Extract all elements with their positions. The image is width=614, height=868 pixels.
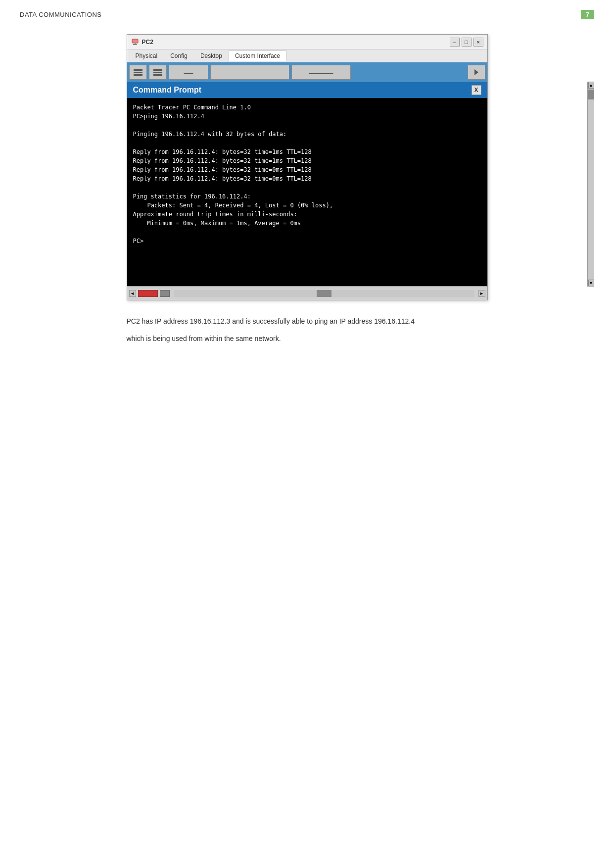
- command-prompt-close[interactable]: X: [472, 85, 481, 95]
- down-arrow-icon: ▼: [589, 281, 593, 286]
- title-bar-left: PC2: [131, 38, 153, 46]
- simulator-window-container: PC2 – □ × Physical Config Desktop Custom…: [20, 34, 594, 300]
- tab-physical[interactable]: Physical: [129, 50, 164, 61]
- vertical-scrollbar[interactable]: ▲ ▼: [587, 82, 594, 287]
- scroll-down-button[interactable]: ▼: [588, 280, 594, 287]
- pc-icon: [131, 38, 139, 46]
- toolbar-icon-1: [134, 69, 142, 76]
- maximize-button[interactable]: □: [462, 38, 472, 47]
- toolbar-item-3[interactable]: [169, 65, 208, 80]
- command-prompt-title: Command Prompt: [133, 86, 202, 95]
- body-paragraph-2: which is being used from within the same…: [127, 333, 488, 345]
- left-arrow-icon: ◄: [130, 291, 135, 296]
- toolbar-area: [127, 62, 487, 82]
- tab-desktop[interactable]: Desktop: [194, 50, 229, 61]
- toolbar-item-2[interactable]: [149, 65, 167, 80]
- minimize-button[interactable]: –: [450, 38, 460, 47]
- bottom-indicator-2: [160, 290, 170, 297]
- svg-rect-0: [132, 39, 138, 43]
- horizontal-scroll-track[interactable]: [174, 290, 474, 297]
- command-prompt-header: Command Prompt X: [127, 82, 487, 98]
- title-bar-controls: – □ ×: [450, 38, 483, 47]
- up-arrow-icon: ▲: [589, 83, 593, 88]
- toolbar-item-1[interactable]: [129, 65, 147, 80]
- simulator-window: PC2 – □ × Physical Config Desktop Custom…: [127, 34, 488, 300]
- command-prompt-content: Packet Tracer PC Command Line 1.0 PC>pin…: [133, 103, 481, 245]
- title-bar: PC2 – □ ×: [127, 35, 487, 49]
- toolbar-icon-2: [153, 69, 162, 76]
- right-arrow-icon: ►: [479, 291, 484, 296]
- tab-bar: Physical Config Desktop Custom Interface: [127, 49, 487, 62]
- horizontal-scroll-thumb: [317, 290, 331, 297]
- toolbar-icon-3: [184, 70, 193, 74]
- toolbar-item-5[interactable]: [291, 65, 351, 80]
- toolbar-arrow-icon: [474, 69, 478, 75]
- tab-custom-interface[interactable]: Custom Interface: [229, 50, 286, 61]
- toolbar-item-4[interactable]: [210, 65, 289, 80]
- toolbar-item-6[interactable]: [468, 65, 485, 80]
- window-title: PC2: [142, 39, 153, 46]
- scroll-right-button[interactable]: ►: [478, 290, 485, 297]
- scroll-left-button[interactable]: ◄: [129, 290, 136, 297]
- scroll-up-button[interactable]: ▲: [588, 82, 594, 89]
- bottom-scrollbar: ◄ ►: [127, 286, 487, 300]
- vertical-scroll-thumb: [588, 90, 594, 99]
- page-title: DATA COMMUNICATIONS: [20, 11, 102, 18]
- body-text: PC2 has IP address 196.16.112.3 and is s…: [127, 315, 488, 345]
- page-header: DATA COMMUNICATIONS 7: [20, 10, 594, 19]
- bottom-indicator-1: [138, 290, 158, 297]
- page-number: 7: [581, 10, 594, 19]
- window-close-button[interactable]: ×: [473, 38, 483, 47]
- body-paragraph-1: PC2 has IP address 196.16.112.3 and is s…: [127, 315, 488, 328]
- command-prompt-body[interactable]: Packet Tracer PC Command Line 1.0 PC>pin…: [127, 98, 487, 286]
- toolbar-icon-5: [309, 70, 333, 74]
- tab-config[interactable]: Config: [164, 50, 194, 61]
